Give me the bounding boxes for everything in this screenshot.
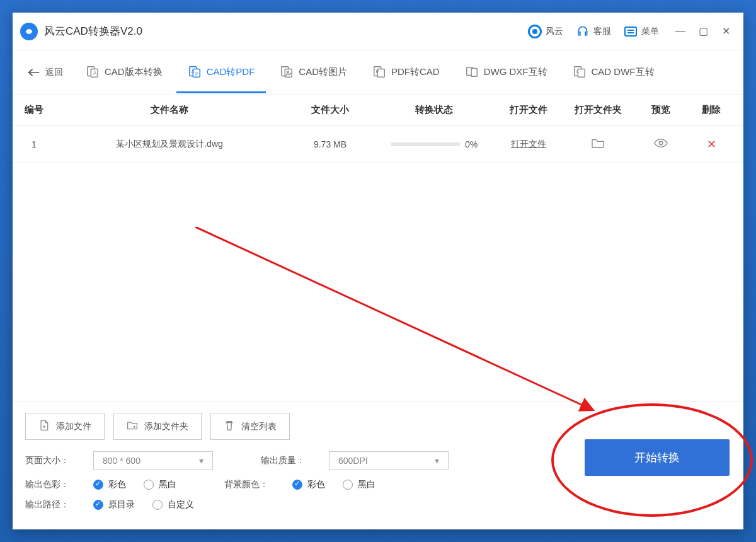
folder-plus-icon: [127, 420, 138, 433]
tab-label: CAD转图片: [299, 66, 347, 78]
doc-p-icon: P: [372, 65, 386, 79]
doc-ap-icon: AP: [188, 65, 202, 79]
fengyun-icon: [528, 25, 542, 38]
trash-icon: [224, 420, 235, 433]
col-index: 编号: [15, 104, 53, 116]
col-open: 打开文件: [494, 104, 563, 116]
svg-text:A: A: [93, 71, 97, 76]
preview-button[interactable]: [654, 140, 668, 150]
path-label: 输出路径：: [25, 499, 76, 510]
folder-icon: [591, 137, 605, 149]
table-header: 编号 文件名称 文件大小 转换状态 打开文件 打开文件夹 预览 删除: [13, 95, 743, 126]
tab-label: CAD DWF互转: [592, 66, 655, 78]
arrow-left-icon: [28, 67, 40, 78]
add-folder-button[interactable]: 添加文件夹: [113, 413, 202, 440]
radio-icon: [144, 480, 154, 490]
minimize-button[interactable]: —: [673, 25, 688, 37]
bg-radio-color[interactable]: 彩色: [292, 479, 325, 490]
svg-rect-16: [578, 69, 585, 77]
pagesize-value: 800 * 600: [103, 456, 140, 466]
add-file-button[interactable]: 添加文件: [25, 413, 105, 440]
cell-status: 0%: [374, 139, 494, 149]
doc-img-icon: [280, 65, 294, 79]
path-radio-custom[interactable]: 自定义: [152, 499, 194, 510]
titlebar: 风云CAD转换器V2.0 风云 客服 菜单 — ▢ ✕: [13, 13, 743, 50]
file-plus-icon: [38, 420, 50, 433]
svg-text:A: A: [576, 69, 579, 74]
svg-text:A: A: [191, 69, 194, 74]
bottom-panel: 添加文件 添加文件夹 清空列表 页面大小： 800 * 600 ▾ 输出质量： …: [13, 401, 743, 529]
tab-cad-image[interactable]: CAD转图片: [268, 51, 358, 93]
quality-label: 输出质量：: [261, 455, 311, 466]
chevron-down-icon: ▾: [435, 456, 439, 466]
quality-value: 600DPI: [338, 456, 368, 466]
annotation-arrow: [195, 227, 611, 429]
tab-label: PDF转CAD: [391, 66, 440, 78]
action-buttons: 添加文件 添加文件夹 清空列表: [25, 413, 731, 440]
doc-dwf-icon: A: [573, 65, 587, 79]
col-preview: 预览: [633, 104, 689, 116]
tabbar: 返回 A CAD版本转换 AP CAD转PDF CAD转图片 P PDF转CAD…: [13, 50, 743, 95]
svg-line-19: [195, 227, 592, 410]
support-button[interactable]: 客服: [570, 22, 617, 41]
bg-radio-bw[interactable]: 黑白: [343, 479, 375, 490]
col-status: 转换状态: [374, 104, 494, 116]
close-button[interactable]: ✕: [718, 25, 733, 37]
delete-button[interactable]: ✕: [707, 138, 716, 151]
cell-filesize: 9.73 MB: [286, 139, 374, 149]
tab-cad-dwf[interactable]: A CAD DWF互转: [561, 51, 666, 93]
path-radio-original[interactable]: 原目录: [93, 499, 135, 510]
maximize-button[interactable]: ▢: [696, 25, 711, 37]
clear-list-button[interactable]: 清空列表: [210, 413, 290, 440]
svg-text:P: P: [376, 69, 379, 74]
tab-cad-pdf[interactable]: AP CAD转PDF: [176, 51, 266, 93]
menu-button[interactable]: 菜单: [617, 22, 665, 41]
quality-select[interactable]: 600DPI ▾: [329, 451, 449, 470]
tab-label: CAD转PDF: [207, 66, 255, 78]
row-output-path: 输出路径： 原目录 自定义: [25, 499, 731, 510]
tab-dwg-dxf[interactable]: DWG DXF互转: [454, 51, 559, 93]
radio-checked-icon: [292, 480, 302, 490]
open-folder-button[interactable]: [591, 141, 605, 151]
chevron-down-icon: ▾: [199, 456, 203, 466]
pagesize-label: 页面大小：: [25, 455, 76, 466]
radio-checked-icon: [93, 480, 103, 490]
back-label: 返回: [45, 67, 63, 78]
window-controls: — ▢ ✕: [673, 25, 733, 37]
radio-icon: [152, 500, 163, 510]
open-file-link[interactable]: 打开文件: [511, 139, 546, 149]
tab-pdf-cad[interactable]: P PDF转CAD: [361, 51, 451, 93]
color-label: 输出色彩：: [25, 479, 76, 490]
col-size: 文件大小: [286, 104, 374, 116]
support-label: 客服: [593, 26, 611, 37]
add-folder-label: 添加文件夹: [144, 421, 188, 432]
menu-icon: [624, 25, 638, 38]
app-window: 风云CAD转换器V2.0 风云 客服 菜单 — ▢ ✕ 返回 A: [13, 13, 743, 529]
doc-dwg-icon: [465, 65, 479, 79]
fengyun-button[interactable]: 风云: [522, 22, 570, 41]
progress-bar: [391, 142, 460, 146]
back-button[interactable]: 返回: [19, 62, 72, 83]
tab-label: CAD版本转换: [105, 66, 163, 78]
app-logo-icon: [20, 23, 38, 40]
headset-icon: [576, 25, 590, 38]
eye-icon: [654, 138, 668, 148]
tab-cad-version[interactable]: A CAD版本转换: [74, 51, 174, 93]
radio-checked-icon: [93, 500, 103, 510]
table-row: 1 某小区规划及景观设计.dwg 9.73 MB 0% 打开文件 ✕: [13, 126, 743, 163]
col-name: 文件名称: [53, 104, 286, 116]
cell-filename: 某小区规划及景观设计.dwg: [53, 139, 286, 150]
svg-point-18: [659, 141, 663, 145]
add-file-label: 添加文件: [56, 421, 91, 432]
row-color-bg: 输出色彩： 彩色 黑白 背景颜色： 彩色 黑白: [25, 479, 731, 490]
fengyun-label: 风云: [546, 26, 563, 37]
color-radio-bw[interactable]: 黑白: [144, 479, 176, 490]
pagesize-select[interactable]: 800 * 600 ▾: [93, 451, 213, 470]
cell-index: 1: [15, 139, 53, 149]
progress-percent: 0%: [465, 139, 478, 149]
svg-text:P: P: [195, 71, 198, 77]
clear-list-label: 清空列表: [241, 421, 277, 432]
radio-icon: [343, 480, 353, 490]
start-convert-button[interactable]: 开始转换: [585, 439, 730, 476]
color-radio-color[interactable]: 彩色: [93, 479, 126, 490]
